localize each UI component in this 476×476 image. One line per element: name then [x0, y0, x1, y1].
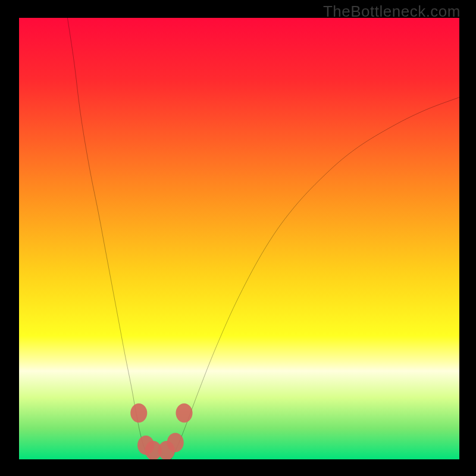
chart-canvas [19, 18, 459, 459]
gradient-background [19, 18, 459, 459]
marker-dot [130, 403, 147, 422]
marker-dot [176, 403, 192, 422]
chart-frame: TheBottleneck.com [0, 0, 476, 476]
plot-area [19, 18, 459, 459]
marker-dot [167, 433, 184, 452]
